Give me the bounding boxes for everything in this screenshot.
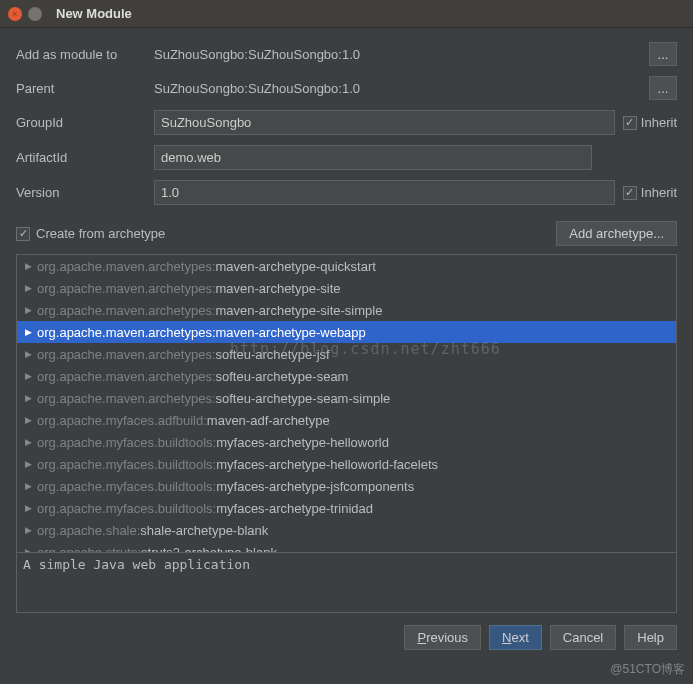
create-from-label: Create from archetype (36, 226, 165, 241)
checkbox-icon: ✓ (16, 227, 30, 241)
expand-icon: ▶ (25, 393, 37, 403)
archetype-artifact: maven-archetype-site-simple (216, 303, 383, 318)
cancel-button[interactable]: Cancel (550, 625, 616, 650)
create-from-archetype[interactable]: ✓ Create from archetype (16, 226, 165, 241)
archetype-group: org.apache.maven.archetypes: (37, 347, 216, 362)
close-icon[interactable]: × (8, 7, 22, 21)
expand-icon: ▶ (25, 481, 37, 491)
archetype-group: org.apache.struts: (37, 545, 141, 553)
label-artifactid: ArtifactId (16, 150, 146, 165)
expand-icon: ▶ (25, 261, 37, 271)
tree-item[interactable]: ▶org.apache.maven.archetypes:softeu-arch… (17, 343, 676, 365)
row-version: Version ✓ Inherit (16, 180, 677, 205)
archetype-group: org.apache.maven.archetypes: (37, 369, 216, 384)
row-parent: Parent SuZhouSongbo:SuZhouSongbo:1.0 ... (16, 76, 677, 100)
inherit-label: Inherit (641, 185, 677, 200)
version-input[interactable] (154, 180, 615, 205)
inherit-label: Inherit (641, 115, 677, 130)
archetype-artifact: myfaces-archetype-jsfcomponents (216, 479, 414, 494)
expand-icon: ▶ (25, 459, 37, 469)
archetype-bar: ✓ Create from archetype Add archetype... (16, 221, 677, 246)
tree-item[interactable]: ▶org.apache.maven.archetypes:maven-arche… (17, 277, 676, 299)
archetype-artifact: maven-adf-archetype (207, 413, 330, 428)
tree-item[interactable]: ▶org.apache.shale:shale-archetype-blank (17, 519, 676, 541)
value-parent: SuZhouSongbo:SuZhouSongbo:1.0 (154, 81, 641, 96)
archetype-group: org.apache.maven.archetypes: (37, 391, 216, 406)
archetype-artifact: myfaces-archetype-helloworld-facelets (216, 457, 438, 472)
expand-icon: ▶ (25, 327, 37, 337)
expand-icon: ▶ (25, 525, 37, 535)
archetype-artifact: shale-archetype-blank (140, 523, 268, 538)
dialog-content: Add as module to SuZhouSongbo:SuZhouSong… (0, 28, 693, 660)
tree-item[interactable]: ▶org.apache.myfaces.buildtools:myfaces-a… (17, 497, 676, 519)
expand-icon: ▶ (25, 349, 37, 359)
archetype-description: A simple Java web application (17, 552, 676, 612)
expand-icon: ▶ (25, 415, 37, 425)
archetype-group: org.apache.maven.archetypes: (37, 325, 216, 340)
expand-icon: ▶ (25, 547, 37, 552)
window-title: New Module (56, 6, 132, 21)
tree-item[interactable]: ▶org.apache.maven.archetypes:maven-arche… (17, 321, 676, 343)
archetype-group: org.apache.myfaces.buildtools: (37, 501, 216, 516)
inherit-version[interactable]: ✓ Inherit (623, 185, 677, 200)
browse-add-as-button[interactable]: ... (649, 42, 677, 66)
tree-item[interactable]: ▶org.apache.myfaces.adfbuild:maven-adf-a… (17, 409, 676, 431)
browse-parent-button[interactable]: ... (649, 76, 677, 100)
dialog-footer: Previous Next Cancel Help (16, 613, 677, 650)
checkbox-icon: ✓ (623, 116, 637, 130)
archetype-group: org.apache.myfaces.adfbuild: (37, 413, 207, 428)
expand-icon: ▶ (25, 283, 37, 293)
tree-item[interactable]: ▶org.apache.maven.archetypes:softeu-arch… (17, 387, 676, 409)
row-artifactid: ArtifactId (16, 145, 677, 170)
expand-icon: ▶ (25, 503, 37, 513)
row-add-as: Add as module to SuZhouSongbo:SuZhouSong… (16, 42, 677, 66)
label-groupid: GroupId (16, 115, 146, 130)
add-archetype-button[interactable]: Add archetype... (556, 221, 677, 246)
tree-item[interactable]: ▶org.apache.myfaces.buildtools:myfaces-a… (17, 431, 676, 453)
corner-watermark: @51CTO博客 (610, 661, 685, 678)
titlebar: × New Module (0, 0, 693, 28)
archetype-artifact: softeu-archetype-seam-simple (216, 391, 391, 406)
label-parent: Parent (16, 81, 146, 96)
archetype-group: org.apache.myfaces.buildtools: (37, 457, 216, 472)
previous-button[interactable]: Previous (404, 625, 481, 650)
archetype-artifact: myfaces-archetype-helloworld (216, 435, 389, 450)
archetype-tree-container: ▶org.apache.maven.archetypes:maven-arche… (16, 254, 677, 613)
label-version: Version (16, 185, 146, 200)
inherit-groupid[interactable]: ✓ Inherit (623, 115, 677, 130)
archetype-artifact: softeu-archetype-jsf (216, 347, 330, 362)
archetype-artifact: maven-archetype-quickstart (216, 259, 376, 274)
archetype-artifact: myfaces-archetype-trinidad (216, 501, 373, 516)
help-button[interactable]: Help (624, 625, 677, 650)
archetype-artifact: softeu-archetype-seam (216, 369, 349, 384)
archetype-group: org.apache.myfaces.buildtools: (37, 435, 216, 450)
groupid-input[interactable] (154, 110, 615, 135)
tree-item[interactable]: ▶org.apache.maven.archetypes:maven-arche… (17, 299, 676, 321)
archetype-group: org.apache.shale: (37, 523, 140, 538)
minimize-icon[interactable] (28, 7, 42, 21)
archetype-group: org.apache.myfaces.buildtools: (37, 479, 216, 494)
expand-icon: ▶ (25, 437, 37, 447)
label-add-as: Add as module to (16, 47, 146, 62)
tree-item[interactable]: ▶org.apache.myfaces.buildtools:myfaces-a… (17, 453, 676, 475)
archetype-artifact: maven-archetype-site (216, 281, 341, 296)
archetype-artifact: struts2-archetype-blank (141, 545, 277, 553)
value-add-as: SuZhouSongbo:SuZhouSongbo:1.0 (154, 47, 641, 62)
tree-item[interactable]: ▶org.apache.maven.archetypes:maven-arche… (17, 255, 676, 277)
next-button[interactable]: Next (489, 625, 542, 650)
checkbox-icon: ✓ (623, 186, 637, 200)
tree-item[interactable]: ▶org.apache.struts:struts2-archetype-bla… (17, 541, 676, 552)
expand-icon: ▶ (25, 371, 37, 381)
tree-item[interactable]: ▶org.apache.myfaces.buildtools:myfaces-a… (17, 475, 676, 497)
archetype-artifact: maven-archetype-webapp (216, 325, 366, 340)
archetype-tree[interactable]: ▶org.apache.maven.archetypes:maven-arche… (17, 255, 676, 552)
archetype-group: org.apache.maven.archetypes: (37, 303, 216, 318)
tree-item[interactable]: ▶org.apache.maven.archetypes:softeu-arch… (17, 365, 676, 387)
archetype-group: org.apache.maven.archetypes: (37, 281, 216, 296)
artifactid-input[interactable] (154, 145, 592, 170)
expand-icon: ▶ (25, 305, 37, 315)
row-groupid: GroupId ✓ Inherit (16, 110, 677, 135)
archetype-group: org.apache.maven.archetypes: (37, 259, 216, 274)
